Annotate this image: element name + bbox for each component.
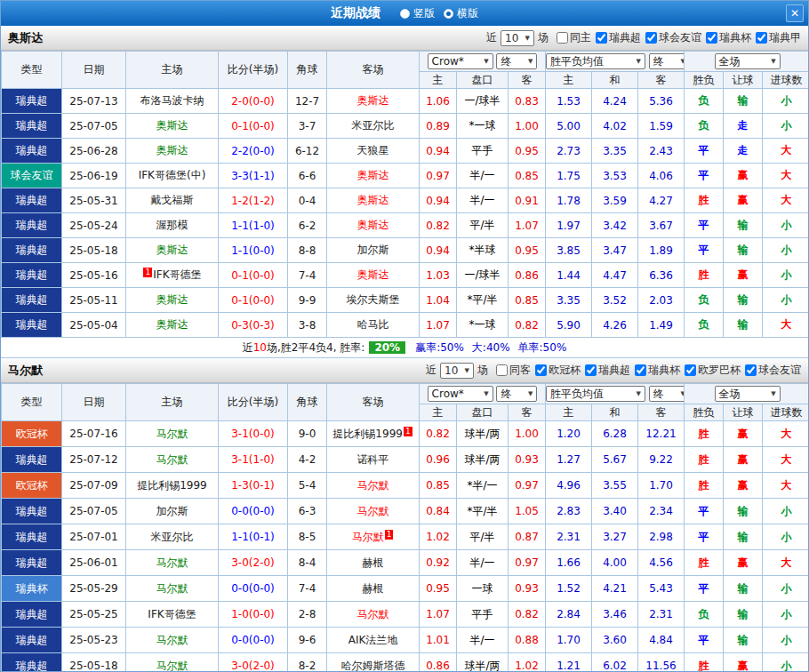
section-team-1: 奥斯达 近 10▼ 场 同主瑞典超球会友谊瑞典杯瑞典甲 类型 日期 [1, 26, 808, 358]
home-team: 1IFK哥德堡 [126, 263, 219, 288]
result-goals: 大 [763, 473, 809, 499]
checkbox-input[interactable] [585, 364, 597, 376]
chevron-down-icon: ▼ [637, 58, 641, 65]
result-goals: 小 [763, 263, 809, 288]
filter-checkbox[interactable]: 瑞典甲 [756, 30, 801, 45]
bookmaker-select[interactable]: Crow*▼ [428, 53, 493, 69]
filter-checkbox[interactable]: 瑞典超 [596, 30, 641, 45]
match-count-value: 10 [445, 364, 458, 377]
result-handicap: 输 [724, 313, 763, 338]
checkbox-input[interactable] [596, 32, 607, 44]
corner-count: 7-4 [288, 263, 327, 288]
checkbox-input[interactable] [706, 32, 717, 44]
score: 1-1(0-1) [219, 524, 288, 550]
layout-radio-vertical[interactable]: 竖版 [400, 6, 435, 21]
sub-mean-win: 主 [546, 72, 592, 89]
result-wdl: 平 [685, 499, 724, 524]
mean-odds-draw: 3.46 [592, 602, 638, 628]
mean-time-select[interactable]: 终▼ [649, 386, 685, 402]
scope-select[interactable]: 全场▼ [715, 386, 781, 402]
mean-odds-draw: 3.42 [592, 213, 638, 238]
match-row: 瑞典超25-06-01马尔默3-0(2-0)8-4赫根0.92半/一0.971.… [2, 550, 809, 576]
handicap-odds-away: 0.88 [509, 628, 546, 653]
mean-odds-win: 3.85 [546, 238, 592, 263]
filter-checkbox[interactable]: 同主 [557, 30, 591, 45]
filter-checkbox[interactable]: 欧冠杯 [535, 363, 581, 378]
window-title: 近期战绩 [331, 5, 380, 21]
checkbox-input[interactable] [535, 364, 547, 376]
mean-odds-win: 1.66 [546, 550, 592, 576]
mean-odds-lose: 2.03 [638, 288, 685, 313]
near-label: 近 [426, 363, 437, 378]
mean-odds-draw: 5.67 [592, 447, 638, 473]
checkbox-input[interactable] [645, 32, 657, 44]
result-goals: 小 [763, 653, 809, 672]
corner-count: 5-4 [288, 473, 327, 499]
handicap-time-select[interactable]: 终▼ [496, 53, 537, 69]
filter-checkbox[interactable]: 欧罗巴杯 [685, 363, 741, 378]
checkbox-input[interactable] [557, 32, 568, 44]
checkbox-input[interactable] [745, 364, 757, 376]
match-row: 瑞典超25-05-04奥斯达0-3(0-3)3-8哈马比1.07*一球0.825… [2, 313, 809, 338]
filter-checkbox[interactable]: 瑞典杯 [635, 363, 680, 378]
col-home: 主场 [126, 384, 219, 421]
chevron-down-icon: ▼ [528, 390, 533, 397]
col-corner: 角球 [288, 384, 327, 421]
result-handicap: 输 [724, 602, 763, 628]
result-goals: 小 [763, 628, 809, 653]
result-goals: 小 [763, 114, 809, 139]
filter-checkbox[interactable]: 同客 [496, 363, 531, 378]
section-header: 马尔默 近 10▼ 场 同客欧冠杯瑞典超瑞典杯欧罗巴杯球会友谊 [1, 358, 808, 383]
checkbox-input[interactable] [635, 364, 646, 376]
score: 0-0(0-0) [219, 628, 288, 653]
handicap-odds-home: 0.89 [420, 114, 457, 139]
filter-checkbox[interactable]: 瑞典杯 [706, 30, 751, 45]
result-wdl: 平 [685, 576, 724, 602]
mean-odds-select[interactable]: 胜平负均值▼ [546, 53, 645, 69]
handicap-odds-away: 0.85 [509, 288, 546, 313]
radio-label: 竖版 [413, 6, 435, 21]
match-row: 瑞典超25-05-18奥斯达1-1(0-0)8-8加尔斯0.94*半球0.953… [2, 238, 809, 263]
mean-odds-lose: 4.56 [638, 550, 685, 576]
handicap-odds-home: 0.85 [420, 473, 457, 499]
sub-home-odds: 主 [420, 72, 457, 89]
checkbox-input[interactable] [496, 364, 508, 376]
mean-odds-lose: 2.34 [638, 499, 685, 524]
score: 0-1(0-0) [219, 263, 288, 288]
bookmaker-select[interactable]: Crow*▼ [428, 386, 493, 402]
score: 2-2(0-0) [219, 139, 288, 164]
filter-checkbox[interactable]: 球会友谊 [745, 363, 801, 378]
match-row: 瑞典超25-05-25IFK哥德堡1-0(0-0)2-8马尔默1.07平手0.8… [2, 602, 809, 628]
mean-odds-group-header: 胜平负均值▼ 终▼ [546, 384, 685, 404]
score: 3-0(2-0) [219, 550, 288, 576]
match-count-select[interactable]: 10▼ [440, 363, 474, 379]
handicap-line: 半/一 [457, 164, 509, 188]
result-handicap: 赢 [724, 473, 763, 499]
away-team: 奥斯达 [327, 188, 420, 213]
radio-icon [400, 9, 410, 19]
scope-select[interactable]: 全场▼ [715, 53, 781, 69]
mean-odds-select[interactable]: 胜平负均值▼ [546, 386, 645, 402]
mean-time-select[interactable]: 终▼ [649, 53, 685, 69]
match-count-select[interactable]: 10▼ [501, 30, 534, 46]
result-handicap: 赢 [724, 653, 763, 672]
sub-result-wdl: 胜负 [685, 72, 724, 89]
close-button[interactable]: ✕ [786, 4, 804, 22]
chevron-down-icon: ▼ [484, 390, 488, 397]
match-row: 瑞典超25-07-13布洛马波卡纳2-0(0-0)12-7奥斯达1.06一/球半… [2, 89, 809, 114]
league-badge: 瑞典超 [2, 628, 62, 653]
handicap-time-select[interactable]: 终▼ [496, 386, 537, 402]
result-wdl: 平 [685, 238, 724, 263]
mean-odds-win: 2.31 [546, 524, 592, 550]
checkbox-input[interactable] [685, 364, 696, 376]
checkbox-input[interactable] [756, 32, 767, 44]
layout-radio-horizontal[interactable]: 横版 [444, 6, 478, 21]
match-row: 球会友谊25-06-19IFK哥德堡(中)3-3(1-1)6-6奥斯达0.97半… [2, 164, 809, 188]
filter-checkbox[interactable]: 瑞典超 [585, 363, 630, 378]
col-type: 类型 [2, 52, 62, 89]
home-team: 马尔默 [126, 447, 219, 473]
mean-odds-lose: 12.21 [638, 421, 685, 447]
filter-checkbox[interactable]: 球会友谊 [645, 30, 701, 45]
match-date: 25-05-31 [62, 188, 126, 213]
home-team: 马尔默 [126, 653, 219, 672]
